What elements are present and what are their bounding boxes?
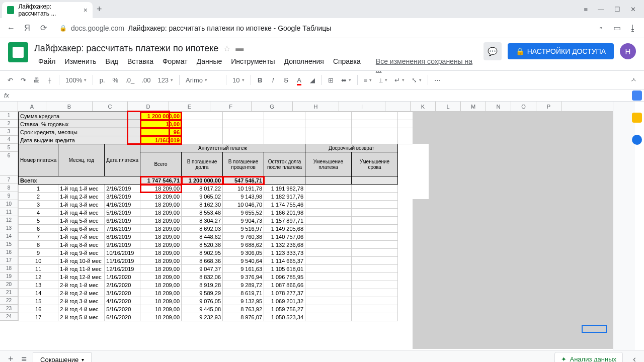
downloads-icon[interactable]: ⭳ — [628, 24, 638, 33]
address-bar: ← Я ⟳ 🔒 docs.google.com Лайфхакер: рассч… — [0, 18, 644, 38]
percent-button[interactable]: % — [109, 74, 121, 86]
side-panel-toggle[interactable]: ‹ — [631, 354, 638, 362]
menu-format[interactable]: Формат — [158, 56, 192, 74]
extensions-icon[interactable]: ▫ — [596, 24, 606, 33]
formula-bar[interactable]: fx — [0, 89, 644, 102]
menu-view[interactable]: Вид — [102, 56, 122, 74]
save-status[interactable]: Все изменения сохранены на ... — [372, 56, 484, 74]
currency-button[interactable]: р. — [96, 74, 108, 86]
all-sheets-button[interactable]: ≡ — [20, 354, 29, 362]
print-button[interactable]: 🖶 — [30, 74, 43, 86]
paint-format-button[interactable]: ⟊ — [44, 74, 56, 86]
increase-decimal-button[interactable]: .00 — [138, 74, 153, 86]
undo-button[interactable]: ↶ — [4, 74, 16, 86]
browser-tab-bar: Лайфхакер: рассчитать ... × + ≡ — ☐ ✕ — [0, 0, 644, 18]
fill-color-button[interactable]: ◢ — [306, 74, 318, 86]
sheet-tab[interactable]: Сокращение ▾ — [33, 352, 92, 363]
user-avatar[interactable]: Н — [620, 43, 636, 59]
italic-button[interactable]: I — [267, 74, 279, 86]
font-select[interactable]: Arimo — [183, 75, 223, 85]
maximize-icon[interactable]: ☐ — [614, 6, 620, 13]
add-sheet-button[interactable]: + — [6, 354, 16, 362]
valign-button[interactable]: ⟂ — [376, 75, 390, 85]
collapse-toolbar-icon[interactable]: ㅅ — [627, 73, 640, 86]
yandex-icon[interactable]: Я — [22, 24, 32, 33]
fx-icon: fx — [4, 92, 19, 99]
menu-edit[interactable]: Изменить — [60, 56, 100, 74]
merge-button[interactable]: ⬌ — [338, 75, 354, 85]
bold-button[interactable]: B — [254, 74, 266, 86]
url-input[interactable]: 🔒 docs.google.com Лайфхакер: рассчитать … — [54, 24, 590, 32]
more-button[interactable]: ⋯ — [431, 74, 444, 86]
font-size-select[interactable]: 10 — [229, 75, 247, 85]
folder-icon[interactable]: ▬ — [235, 44, 244, 53]
chevron-down-icon[interactable]: ▾ — [82, 357, 84, 363]
cells-grid[interactable]: Сумма кредита1 200 000,00Ставка, % годов… — [18, 112, 574, 321]
doc-header: Лайфхакер: рассчитать платежи по ипотеке… — [0, 38, 644, 70]
wrap-button[interactable]: ↵ — [391, 75, 408, 85]
side-panel — [632, 90, 642, 145]
sheets-logo[interactable] — [8, 42, 28, 62]
reload-icon[interactable]: ⟳ — [38, 23, 48, 33]
menu-help[interactable]: Справка — [329, 56, 365, 74]
doc-title[interactable]: Лайфхакер: рассчитать платежи по ипотеке — [34, 43, 218, 54]
lock-icon: 🔒 — [59, 25, 67, 32]
keep-icon[interactable] — [632, 113, 642, 123]
zoom-select[interactable]: 100% — [62, 75, 90, 85]
minimize-icon[interactable]: — — [598, 6, 604, 13]
tasks-icon[interactable] — [632, 135, 642, 145]
strike-button[interactable]: S — [280, 74, 292, 86]
sheet-tabs-bar: + ≡ Сокращение ▾ ✦ Анализ данных ‹ — [0, 350, 644, 362]
share-button[interactable]: 🔒 НАСТРОЙКИ ДОСТУПА — [508, 43, 614, 59]
borders-button[interactable]: ⊞ — [325, 74, 337, 86]
redo-button[interactable]: ↷ — [17, 74, 29, 86]
menu-bar: Файл Изменить Вид Вставка Формат Данные … — [34, 56, 484, 74]
spreadsheet-area: ABCDEFGHIKLMNOP 123456789101112131415161… — [0, 102, 644, 350]
analyze-data-button[interactable]: ✦ Анализ данных — [554, 352, 623, 362]
decrease-decimal-button[interactable]: .0_ — [122, 74, 137, 86]
menu-file[interactable]: Файл — [34, 56, 59, 74]
close-tab-icon[interactable]: × — [84, 6, 88, 14]
explore-icon: ✦ — [561, 355, 567, 362]
text-color-button[interactable]: A — [293, 74, 305, 86]
column-headers[interactable]: ABCDEFGHIKLMNOP — [0, 102, 613, 112]
menu-tools[interactable]: Инструменты — [227, 56, 279, 74]
menu-icon[interactable]: ≡ — [584, 6, 588, 13]
menu-insert[interactable]: Вставка — [123, 56, 157, 74]
close-window-icon[interactable]: ✕ — [630, 6, 636, 13]
row-headers[interactable]: 123456789101112131415161718192021222324 — [0, 112, 18, 321]
calendar-icon[interactable] — [632, 90, 642, 101]
halign-button[interactable]: ≡ — [361, 75, 375, 85]
menu-data[interactable]: Данные — [193, 56, 226, 74]
back-icon[interactable]: ← — [6, 24, 16, 33]
lock-icon: 🔒 — [516, 47, 524, 55]
tab-title: Лайфхакер: рассчитать ... — [18, 3, 83, 17]
new-tab-button[interactable]: + — [97, 4, 102, 15]
battery-icon[interactable]: ▭ — [612, 23, 622, 33]
menu-addons[interactable]: Дополнения — [280, 56, 328, 74]
format-select[interactable]: 123 — [154, 75, 176, 85]
star-icon[interactable]: ☆ — [223, 44, 230, 53]
comments-button[interactable]: 💬 — [484, 42, 502, 60]
browser-tab[interactable]: Лайфхакер: рассчитать ... × — [2, 2, 93, 18]
rotate-button[interactable]: ⤡ — [409, 75, 425, 85]
sheets-favicon — [7, 6, 14, 14]
